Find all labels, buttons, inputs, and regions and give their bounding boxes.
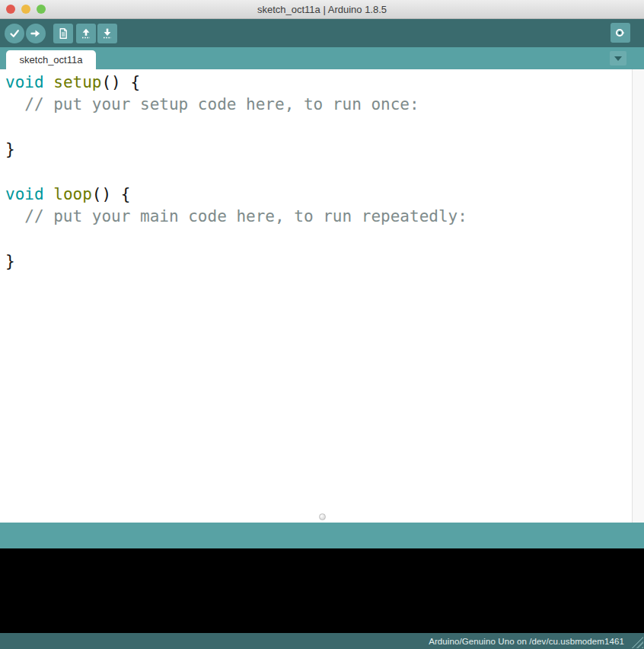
code-line: ​ bbox=[5, 161, 626, 184]
editor-scrollbar[interactable] bbox=[632, 69, 644, 523]
new-sketch-button[interactable] bbox=[53, 24, 73, 43]
upload-button[interactable] bbox=[26, 24, 46, 43]
arrow-down-icon bbox=[101, 27, 113, 40]
arduino-ide-window: sketch_oct11a | Arduino 1.8.5 bbox=[0, 0, 644, 649]
verify-button[interactable] bbox=[5, 24, 24, 43]
tab-sketch-oct11a[interactable]: sketch_oct11a bbox=[6, 50, 96, 69]
code-line: ​ bbox=[5, 229, 626, 251]
titlebar: sketch_oct11a | Arduino 1.8.5 bbox=[0, 0, 644, 19]
code-line: // put your setup code here, to run once… bbox=[5, 94, 626, 116]
console-output bbox=[0, 548, 644, 633]
close-button[interactable] bbox=[6, 5, 15, 14]
code-content: void setup() { // put your setup code he… bbox=[0, 69, 644, 273]
code-line: // put your main code here, to run repea… bbox=[5, 206, 626, 228]
tab-strip: sketch_oct11a bbox=[0, 47, 644, 69]
zoom-button[interactable] bbox=[37, 5, 46, 14]
window-title: sketch_oct11a | Arduino 1.8.5 bbox=[257, 4, 387, 15]
chevron-down-icon bbox=[614, 56, 622, 61]
arrow-right-icon bbox=[30, 27, 42, 40]
document-icon bbox=[57, 27, 69, 40]
code-line: void loop() { bbox=[5, 184, 626, 206]
code-line: } bbox=[5, 139, 626, 161]
bottom-status-bar: Arduino/Genuino Uno on /dev/cu.usbmodem1… bbox=[0, 633, 644, 649]
tab-menu-button[interactable] bbox=[610, 51, 626, 66]
code-editor[interactable]: void setup() { // put your setup code he… bbox=[0, 69, 644, 523]
serial-monitor-button[interactable] bbox=[611, 23, 630, 43]
magnifier-icon bbox=[614, 27, 626, 39]
arrow-up-icon bbox=[80, 27, 92, 40]
toolbar bbox=[0, 19, 644, 47]
save-button[interactable] bbox=[97, 24, 117, 43]
board-port-label: Arduino/Genuino Uno on /dev/cu.usbmodem1… bbox=[429, 637, 624, 646]
status-strip bbox=[0, 523, 644, 548]
code-line: } bbox=[5, 251, 626, 273]
code-line: ​ bbox=[5, 117, 626, 139]
split-resize-handle[interactable] bbox=[319, 513, 326, 520]
code-line: void setup() { bbox=[5, 72, 626, 94]
resize-grip[interactable] bbox=[630, 635, 643, 648]
traffic-lights bbox=[6, 0, 46, 18]
minimize-button[interactable] bbox=[21, 5, 30, 14]
open-button[interactable] bbox=[76, 24, 96, 43]
tab-label: sketch_oct11a bbox=[20, 54, 83, 66]
check-icon bbox=[8, 27, 21, 40]
